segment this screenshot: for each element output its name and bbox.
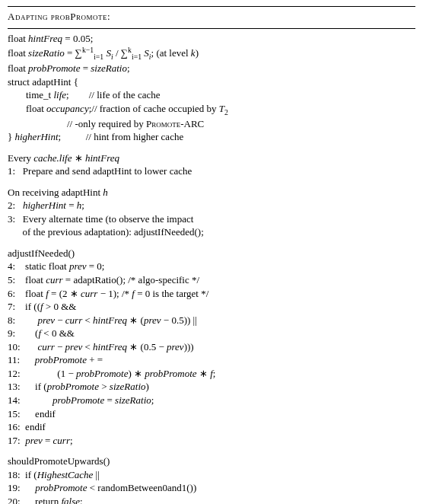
algorithm-title: Adapting probPromote: [8, 10, 415, 24]
section-adjust: adjustIfNeeded() 4: static float prev = … [8, 247, 415, 447]
code-line: 20: return false; [8, 495, 415, 504]
section-receive: On receiving adaptHint h 2: higherHint =… [8, 186, 415, 239]
code-line: 17: prev = curr; [8, 434, 415, 448]
code-line: of the previous adaptation): adjustIfNee… [8, 225, 415, 239]
code-line: 15: endif [8, 407, 415, 421]
code-line: 11: probPromote + = [8, 353, 415, 367]
code-line: 13: if (probPromote > sizeRatio) [8, 380, 415, 394]
code-line: 2: higherHint = h; [8, 199, 415, 212]
code-line: 5: float curr = adaptRatio(); /* algo-sp… [8, 273, 415, 287]
code-line: 10: curr − prev < hintFreq ∗ (0.5 − prev… [8, 340, 415, 354]
code-line: 1: Prepare and send adaptHint to lower c… [8, 164, 415, 178]
section-every: Every cache.life ∗ hintFreq 1: Prepare a… [8, 152, 415, 178]
algorithm-body: float hintFreq = 0.05; float sizeRatio =… [8, 28, 415, 504]
code-line: 14: probPromote = sizeRatio; [8, 394, 415, 407]
decl-line: // -only required by Promote-ARC [8, 117, 415, 131]
code-line: 19: probPromote < randomBetween0and1()) [8, 481, 415, 495]
algorithm-box: Adapting probPromote: float hintFreq = 0… [8, 6, 415, 504]
code-line: 12: (1 − probPromote) ∗ probPromote ∗ f; [8, 367, 415, 381]
section-header: On receiving adaptHint h [8, 186, 415, 199]
decl-line: float sizeRatio = ∑k−1i=1 Si / ∑ki=1 Si;… [8, 45, 415, 62]
decl-line: float hintFreq = 0.05; [8, 32, 415, 46]
decl-line: time_t life; // life of the cache [8, 88, 415, 102]
code-line: 8: prev − curr < hintFreq ∗ (prev − 0.5)… [8, 314, 415, 327]
decl-line: } higherHint; // hint from higher cache [8, 130, 415, 144]
code-line: 9: (f < 0 && [8, 327, 415, 340]
code-line: 6: float f = (2 ∗ curr − 1); /* f = 0 is… [8, 287, 415, 301]
decl-line: float probPromote = sizeRatio; [8, 62, 415, 75]
code-line: 4: static float prev = 0; [8, 260, 415, 273]
code-line: 3: Every alternate time (to observe the … [8, 212, 415, 226]
section-header: shouldPromoteUpwards() [8, 455, 415, 468]
decl-line: float occupancy;// fraction of cache occ… [8, 102, 415, 117]
section-header: adjustIfNeeded() [8, 247, 415, 260]
code-line: 18: if (HighestCache || [8, 468, 415, 482]
sum-expr: ∑k−1i=1 Si / ∑ki=1 Si [75, 47, 151, 59]
section-should-promote: shouldPromoteUpwards() 18: if (HighestCa… [8, 455, 415, 504]
section-header: Every cache.life ∗ hintFreq [8, 152, 415, 165]
decl-line: struct adaptHint { [8, 75, 415, 89]
code-line: 16: endif [8, 420, 415, 434]
code-line: 7: if ((f > 0 && [8, 300, 415, 314]
